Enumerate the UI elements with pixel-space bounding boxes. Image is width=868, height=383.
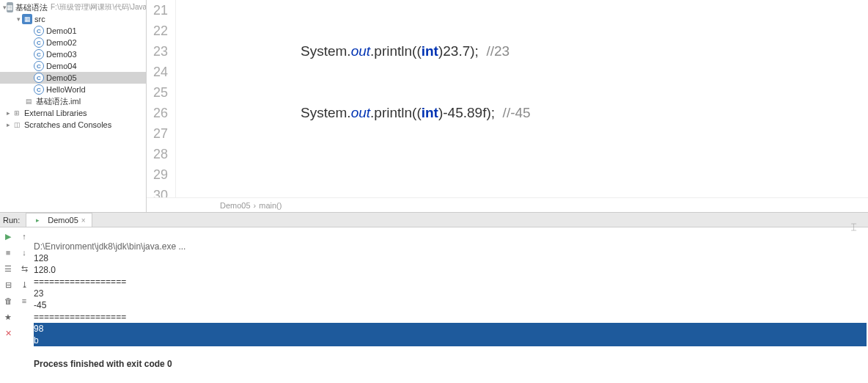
print-button[interactable]: 🗑 — [2, 295, 14, 307]
console-line: 128 — [34, 253, 48, 263]
folder-icon: ▦ — [7, 2, 13, 12]
code-text: System. — [301, 105, 351, 120]
console-line: 128.0 — [34, 265, 56, 275]
item-label: Demo02 — [46, 38, 77, 47]
code-text: //23 — [486, 43, 510, 59]
pin-button[interactable]: ⊟ — [2, 279, 14, 291]
line-number: 22 — [147, 21, 168, 41]
class-icon: C — [34, 73, 44, 83]
up-button[interactable]: ↑ — [18, 230, 30, 242]
run-header: Run: ▸ Demo05 × — [0, 213, 868, 227]
line-number: 25 — [147, 82, 168, 103]
exit-button[interactable]: ✕ — [2, 327, 14, 339]
file-icon: ▤ — [23, 96, 34, 106]
chevron-right-icon: ▸ — [4, 109, 12, 117]
tree-item-helloworld[interactable]: CHelloWorld — [0, 84, 146, 95]
code-text: .println(( — [370, 43, 422, 59]
item-label: Demo01 — [46, 26, 77, 35]
run-label: Run: — [3, 216, 20, 225]
tree-item-demo05[interactable]: CDemo05 — [0, 72, 146, 84]
clear-button[interactable]: ≡ — [18, 295, 30, 307]
layout-button[interactable]: ☰ — [2, 263, 14, 274]
console-line: ================== — [34, 277, 126, 287]
library-icon: ⊞ — [12, 108, 22, 118]
folder-icon: ▦ — [22, 14, 32, 24]
iml-label: 基础语法.iml — [36, 96, 81, 107]
class-icon: C — [34, 37, 44, 48]
wrap-button[interactable]: ⇆ — [18, 263, 30, 274]
scroll-button[interactable]: ⤓ — [18, 279, 30, 291]
chevron-down-icon: ▾ — [15, 15, 22, 23]
scratches-label: Scratches and Consoles — [24, 120, 111, 129]
breadcrumb-method[interactable]: main() — [259, 201, 282, 210]
class-icon: C — [34, 49, 44, 59]
code-text: System. — [301, 43, 351, 59]
class-icon: C — [34, 61, 44, 71]
code-text: )-45.89f); — [438, 105, 503, 120]
tree-item-demo03[interactable]: CDemo03 — [0, 48, 146, 60]
chevron-right-icon: ▸ — [4, 121, 12, 128]
console-selected: 98 — [34, 323, 867, 335]
project-path: F:\班级管理\网课班\代码\JavaSE\基础 — [51, 2, 147, 12]
code-text: .println(( — [370, 105, 422, 120]
line-number: 23 — [147, 41, 168, 62]
chevron-right-icon: › — [254, 201, 257, 210]
class-icon: C — [34, 84, 44, 95]
console[interactable]: D:\Environment\jdk8\jdk\bin\java.exe ...… — [32, 227, 868, 383]
console-selected: b — [34, 335, 867, 346]
text-cursor-icon: ⌶ — [851, 222, 856, 232]
breadcrumb-class[interactable]: Demo05 — [220, 201, 251, 210]
run-tab-label: Demo05 — [48, 216, 78, 225]
line-number: 30 — [147, 185, 168, 197]
settings-button[interactable]: ★ — [2, 311, 14, 323]
item-label: Demo05 — [46, 73, 77, 82]
line-number: 21 — [147, 0, 168, 21]
console-exit: Process finished with exit code 0 — [34, 359, 172, 369]
line-number: 27 — [147, 123, 168, 144]
run-panel: Run: ▸ Demo05 × ▶ ■ ☰ ⊟ 🗑 ★ ✕ ↑ ↓ ⇆ ⤓ ≡ — [0, 213, 868, 382]
ext-lib-label: External Libraries — [24, 109, 87, 117]
console-line: 23 — [34, 288, 43, 299]
src-label: src — [34, 15, 45, 23]
item-label: Demo04 — [46, 62, 77, 70]
code-text: out — [351, 105, 370, 120]
run-toolbar: ▶ ■ ☰ ⊟ 🗑 ★ ✕ ↑ ↓ ⇆ ⤓ ≡ — [0, 227, 32, 383]
run-tab[interactable]: ▸ Demo05 × — [26, 213, 92, 227]
down-button[interactable]: ↓ — [18, 247, 30, 258]
line-number: 24 — [147, 62, 168, 82]
code-text: )23.7); — [438, 43, 486, 59]
item-label: HelloWorld — [46, 85, 86, 94]
console-path: D:\Environment\jdk8\jdk\bin\java.exe ... — [34, 241, 185, 252]
code-text: int — [422, 105, 438, 120]
item-label: Demo03 — [46, 50, 77, 59]
tree-item-demo01[interactable]: CDemo01 — [0, 25, 146, 37]
code-body[interactable]: System.out.println((int)23.7); //23 Syst… — [176, 0, 868, 197]
gutter: 21 22 23 24 25 26 27 28 29 30 — [147, 0, 176, 197]
console-line: -45 — [34, 300, 46, 310]
console-line: ================== — [34, 312, 126, 322]
stop-button[interactable]: ■ — [2, 247, 14, 258]
tree-src[interactable]: ▾ ▦ src — [0, 13, 146, 25]
tree-scratches[interactable]: ▸◫Scratches and Consoles — [0, 119, 146, 131]
code-text: //-45 — [503, 105, 531, 120]
code-text: int — [422, 43, 438, 59]
run-config-icon: ▸ — [32, 215, 43, 225]
close-icon[interactable]: × — [81, 216, 86, 225]
breadcrumb[interactable]: Demo05›main() — [147, 197, 868, 212]
editor: 21 22 23 24 25 26 27 28 29 30 System.out… — [147, 0, 868, 212]
project-tree[interactable]: ▾ ▦ 基础语法 F:\班级管理\网课班\代码\JavaSE\基础 ▾ ▦ sr… — [0, 0, 147, 212]
line-number: 28 — [147, 144, 168, 164]
line-number: 26 — [147, 103, 168, 123]
line-number: 29 — [147, 164, 168, 185]
tree-item-demo02[interactable]: CDemo02 — [0, 37, 146, 48]
tree-item-iml[interactable]: ▤基础语法.iml — [0, 95, 146, 107]
class-icon: C — [34, 26, 44, 36]
tree-item-demo04[interactable]: CDemo04 — [0, 60, 146, 72]
project-label: 基础语法 — [15, 2, 48, 13]
scratch-icon: ◫ — [12, 120, 22, 130]
tree-external-libraries[interactable]: ▸⊞External Libraries — [0, 107, 146, 119]
tree-project[interactable]: ▾ ▦ 基础语法 F:\班级管理\网课班\代码\JavaSE\基础 — [0, 1, 146, 13]
rerun-button[interactable]: ▶ — [2, 230, 14, 242]
code-text: out — [351, 43, 370, 59]
